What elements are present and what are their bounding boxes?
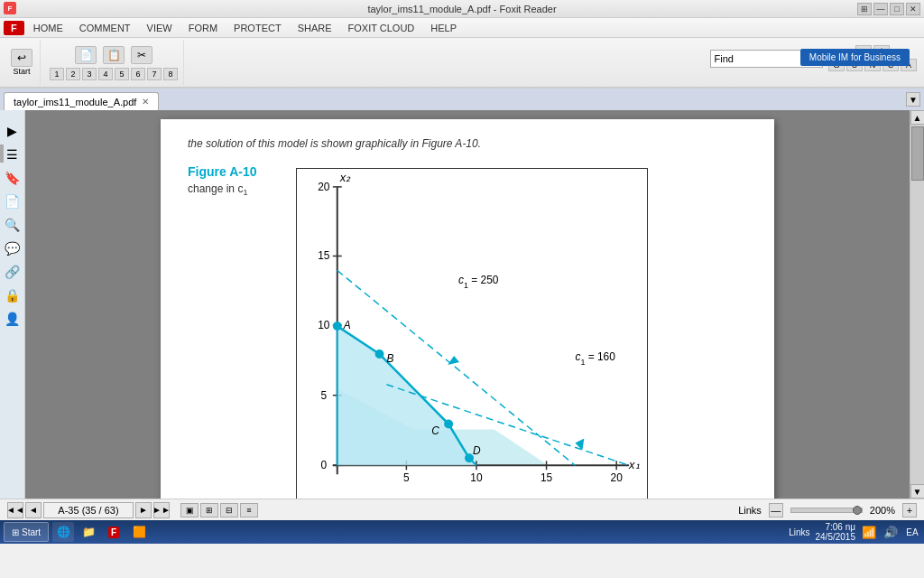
explorer-icon: 📁 (82, 526, 96, 538)
quick-btn-8[interactable]: 8 (163, 68, 178, 80)
page-number-input[interactable]: A-35 (35 / 63) (43, 502, 134, 518)
scroll-view-button[interactable]: ≡ (240, 503, 258, 517)
quick-btn-7[interactable]: 7 (147, 68, 162, 80)
menu-foxit-cloud[interactable]: FOXIT CLOUD (341, 21, 422, 35)
pdf-page: the solution of this model is shown grap… (161, 119, 774, 499)
scroll-thumb[interactable] (911, 126, 924, 181)
y-label-20: 20 (318, 181, 330, 193)
figure-label: Figure A-10 (188, 164, 278, 179)
zoom-out-button[interactable]: — (769, 503, 783, 517)
menu-home[interactable]: HOME (26, 21, 70, 35)
pdf-tab[interactable]: taylor_ims11_module_A.pdf ✕ (4, 92, 159, 110)
sidebar-lock-icon[interactable]: 🔒 (3, 285, 23, 305)
ribbon-group-tools: 📄 📋 ✂ 1 2 3 4 5 6 7 8 (44, 40, 184, 85)
quick-btn-2[interactable]: 2 (66, 68, 80, 80)
sidebar-search-icon[interactable]: 🔍 (3, 215, 23, 235)
menu-comment[interactable]: COMMENT (72, 21, 138, 35)
left-sidebar: ▶ ☰ 🔖 📄 🔍 💬 🔗 🔒 👤 (0, 110, 25, 499)
taskbar-network-icon: 📶 (861, 524, 877, 540)
nav-controls: ◄◄ ◄ A-35 (35 / 63) ► ►► (7, 502, 170, 518)
ribbon-start-btn[interactable]: ↩ Start (9, 47, 34, 78)
right-scrollbar: ▲ ▼ (910, 110, 924, 499)
c1-160-label: c1 = 160 (575, 350, 615, 367)
feasible-polygon (337, 326, 476, 465)
scroll-up-button[interactable]: ▲ (910, 110, 925, 125)
scroll-down-button[interactable]: ▼ (910, 484, 925, 499)
x-label-15: 15 (541, 471, 553, 484)
window-menu-icon: ⊞ (857, 3, 872, 15)
label-a: A (343, 319, 351, 331)
status-right: Links — 200% + (738, 503, 917, 517)
taskbar-volume-icon: 🔊 (882, 524, 899, 540)
taskbar-time: 7:06 nμ (825, 522, 855, 532)
c1-250-arrow (448, 356, 459, 365)
menu-share[interactable]: SHARE (291, 21, 339, 35)
start-button[interactable]: ⊞ Start (4, 522, 49, 542)
quick-btn-6[interactable]: 6 (131, 68, 145, 80)
ribbon-tool-1[interactable]: 📄 (73, 44, 98, 66)
menu-protect[interactable]: PROTECT (226, 21, 289, 35)
zoom-in-button[interactable]: + (902, 503, 917, 517)
taskbar-links-label: Links (789, 527, 809, 537)
tab-bar: taylor_ims11_module_A.pdf ✕ ▼ (0, 89, 924, 110)
label-d: D (473, 444, 481, 457)
menu-help[interactable]: HELP (423, 21, 464, 35)
x-label-20: 20 (611, 471, 624, 484)
taskbar-app-ie[interactable]: 🌐 (52, 522, 74, 542)
sidebar-hand-icon[interactable]: ☰ (3, 144, 23, 164)
zoom-level: 200% (870, 505, 895, 516)
quick-btn-3[interactable]: 3 (82, 68, 97, 80)
quick-btn-1[interactable]: 1 (50, 68, 64, 80)
double-page-view-button[interactable]: ⊞ (200, 503, 218, 517)
single-page-view-button[interactable]: ▣ (180, 503, 199, 517)
taskbar-app-explorer[interactable]: 📁 (78, 522, 99, 542)
figure-section: Figure A-10 change in c1 (188, 164, 747, 499)
taskbar-app-powerpoint[interactable]: 🟧 (128, 522, 150, 542)
title-bar: F taylor_ims11_module_A.pdf - Foxit Read… (0, 0, 924, 18)
grid-view-button[interactable]: ⊟ (220, 503, 238, 517)
ribbon-tool-2[interactable]: 📋 (101, 44, 126, 66)
close-button[interactable]: ✕ (906, 3, 920, 15)
menu-form[interactable]: FORM (181, 21, 225, 35)
quick-btn-5[interactable]: 5 (115, 68, 129, 80)
last-page-button[interactable]: ►► (153, 502, 170, 518)
taskbar-app-foxit[interactable]: F (103, 522, 125, 542)
mobile-im-label: Mobile IM for Business (809, 52, 901, 62)
y-label-0: 0 (321, 459, 328, 471)
sidebar-link-icon[interactable]: 🔗 (3, 262, 23, 282)
zoom-thumb[interactable] (853, 506, 862, 515)
ribbon-tool-3[interactable]: ✂ (129, 44, 154, 66)
status-bar: ◄◄ ◄ A-35 (35 / 63) ► ►► ▣ ⊞ ⊟ ≡ Links —… (0, 499, 924, 520)
tab-close-icon[interactable]: ✕ (142, 97, 149, 107)
x-axis-label: x₁ (628, 458, 639, 471)
powerpoint-icon: 🟧 (133, 526, 146, 538)
ie-icon: 🌐 (57, 526, 70, 538)
find-input[interactable] (734, 53, 806, 64)
sidebar-comment-icon[interactable]: 💬 (3, 238, 23, 258)
taskbar-date: 24/5/2015 (816, 532, 856, 542)
file-menu-button[interactable]: F (4, 21, 24, 35)
next-page-button[interactable]: ► (135, 502, 152, 518)
pdf-area: the solution of this model is shown grap… (25, 110, 910, 499)
quick-btn-4[interactable]: 4 (98, 68, 113, 80)
window-title: taylor_ims11_module_A.pdf - Foxit Reader (367, 4, 556, 14)
label-c: C (431, 424, 439, 437)
ribbon-group-nav: ↩ Start (4, 40, 41, 85)
ribbon-right-section: Find 🔍 Q ⚙ G U N C A Mobile IM for Busin… (710, 45, 917, 71)
mobile-im-button[interactable]: Mobile IM for Business (800, 49, 910, 66)
intro-text: the solution of this model is shown grap… (188, 137, 747, 150)
sidebar-arrow-icon[interactable]: ▶ (3, 121, 23, 141)
sidebar-bookmark-icon[interactable]: 🔖 (3, 168, 23, 188)
sidebar-page-icon[interactable]: 📄 (3, 191, 23, 211)
menu-view[interactable]: VIEW (140, 21, 180, 35)
prev-page-button[interactable]: ◄ (25, 502, 42, 518)
start-label: Start (22, 527, 41, 537)
start-label: Start (13, 67, 30, 76)
figure-caption: change in c1 (188, 182, 278, 197)
tab-dropdown-icon[interactable]: ▼ (906, 92, 920, 107)
minimize-button[interactable]: — (873, 3, 888, 15)
sidebar-user-icon[interactable]: 👤 (3, 309, 23, 329)
first-page-button[interactable]: ◄◄ (7, 502, 23, 518)
zoom-slider[interactable] (790, 508, 863, 513)
maximize-button[interactable]: □ (890, 3, 904, 15)
